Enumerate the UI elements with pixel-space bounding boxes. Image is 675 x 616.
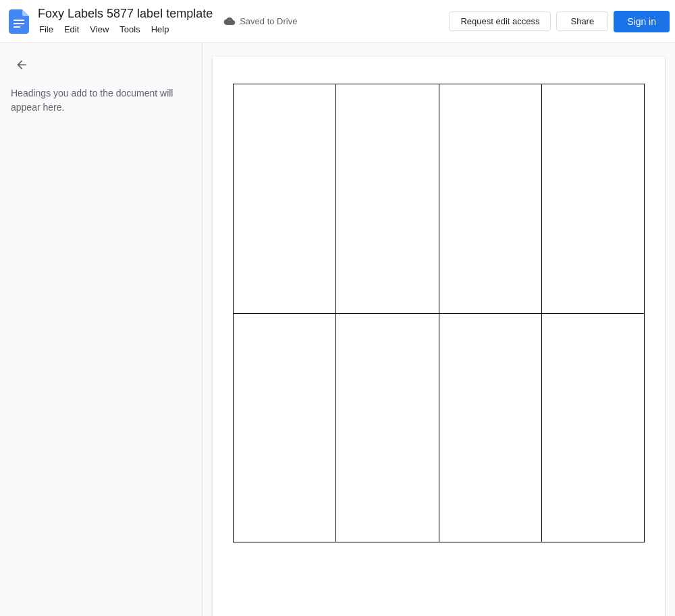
header-right: Request edit access Share Sign in [449, 11, 670, 32]
svg-rect-0 [14, 20, 24, 21]
saved-status: Saved to Drive [223, 16, 297, 26]
label-grid [233, 84, 645, 542]
label-cell-3 [439, 84, 542, 314]
menu-file[interactable]: File [38, 23, 59, 36]
back-button[interactable] [11, 54, 32, 76]
title-area: Foxy Labels 5877 label template File Edi… [38, 7, 213, 36]
label-cell-8 [542, 314, 645, 543]
menu-view[interactable]: View [84, 23, 114, 36]
sidebar: Headings you add to the document will ap… [0, 43, 202, 616]
label-cell-2 [336, 84, 439, 314]
menu-edit[interactable]: Edit [59, 23, 84, 36]
main-layout: Headings you add to the document will ap… [0, 43, 675, 616]
doc-app-icon[interactable] [5, 8, 32, 35]
doc-title[interactable]: Foxy Labels 5877 label template [38, 7, 213, 22]
signin-button[interactable]: Sign in [614, 11, 670, 32]
header: Foxy Labels 5877 label template File Edi… [0, 0, 675, 43]
share-button[interactable]: Share [556, 11, 608, 31]
menu-bar: File Edit View Tools Help [38, 23, 213, 36]
svg-rect-2 [14, 26, 20, 28]
document-area[interactable] [202, 43, 675, 616]
sidebar-hint: Headings you add to the document will ap… [11, 86, 191, 115]
label-cell-6 [336, 314, 439, 543]
label-cell-7 [439, 314, 542, 543]
document-page [213, 57, 665, 616]
label-cell-5 [234, 314, 336, 543]
saved-status-text: Saved to Drive [240, 16, 297, 26]
menu-help[interactable]: Help [146, 23, 175, 36]
svg-rect-1 [14, 23, 24, 24]
header-left: Foxy Labels 5877 label template File Edi… [5, 7, 449, 36]
menu-tools[interactable]: Tools [114, 23, 145, 36]
label-cell-4 [542, 84, 645, 314]
label-cell-1 [234, 84, 336, 314]
cloud-save-icon [223, 17, 236, 26]
request-edit-button[interactable]: Request edit access [449, 11, 551, 31]
